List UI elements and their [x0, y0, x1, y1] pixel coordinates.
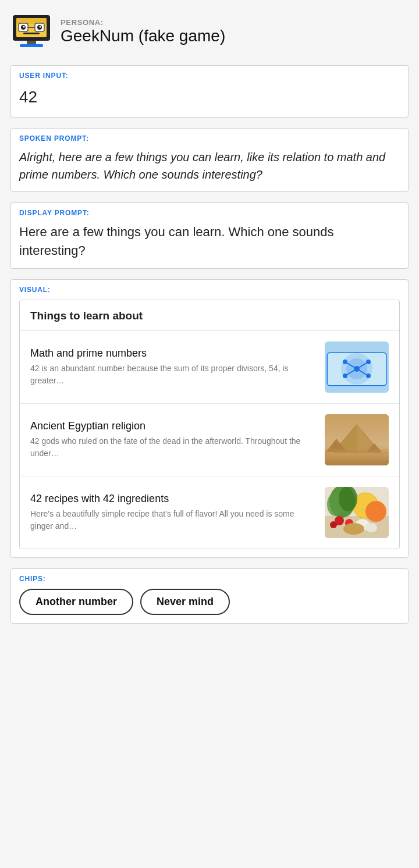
page: PERSONA: GeekNum (fake game) USER INPUT:… — [0, 0, 419, 652]
item-desc-egypt: 42 gods who ruled on the fate of the dea… — [30, 435, 317, 459]
svg-rect-14 — [20, 44, 43, 47]
persona-icon — [10, 10, 52, 52]
persona-name: GeekNum (fake game) — [61, 27, 225, 45]
item-text-egypt: Ancient Egyptian religion 42 gods who ru… — [30, 420, 325, 459]
list-item[interactable]: Ancient Egyptian religion 42 gods who ru… — [20, 404, 399, 476]
svg-rect-31 — [325, 452, 389, 465]
list-item[interactable]: Math and prime numbers 42 is an abundant… — [20, 331, 399, 404]
spoken-prompt-section: SPOKEN PROMPT: Alright, here are a few t… — [10, 128, 409, 192]
display-prompt-text: Here are a few things you can learn. Whi… — [19, 223, 400, 260]
persona-label: PERSONA: — [61, 18, 225, 27]
svg-point-50 — [365, 523, 377, 532]
item-desc-recipes: Here's a beautifully simple recipe that'… — [30, 508, 317, 532]
chip-never-mind[interactable]: Never mind — [140, 589, 230, 615]
header: PERSONA: GeekNum (fake game) — [10, 10, 409, 52]
item-title-math: Math and prime numbers — [30, 347, 317, 360]
user-input-section: USER INPUT: 42 — [10, 65, 409, 118]
user-input-value: 42 — [19, 86, 400, 109]
item-img-math — [325, 341, 389, 393]
svg-rect-11 — [28, 27, 35, 28]
visual-card-title: Things to learn about — [20, 300, 399, 331]
chips-container: Another number Never mind — [11, 585, 408, 623]
list-item[interactable]: 42 recipes with 42 ingredients Here's a … — [20, 476, 399, 549]
svg-point-42 — [365, 501, 386, 522]
svg-point-9 — [23, 26, 25, 28]
svg-rect-12 — [23, 33, 40, 34]
item-img-egypt — [325, 414, 389, 465]
header-text: PERSONA: GeekNum (fake game) — [61, 18, 225, 45]
chips-section: CHIPS: Another number Never mind — [10, 568, 409, 624]
item-img-recipes — [325, 487, 389, 538]
svg-point-45 — [339, 487, 357, 511]
user-input-label: USER INPUT: — [11, 66, 77, 82]
spoken-prompt-label: SPOKEN PROMPT: — [11, 129, 97, 145]
svg-rect-13 — [27, 41, 36, 44]
visual-label: VISUAL: — [11, 280, 59, 296]
item-text-math: Math and prime numbers 42 is an abundant… — [30, 347, 325, 386]
display-prompt-label: DISPLAY PROMPT: — [11, 203, 98, 219]
item-desc-math: 42 is an abundant number because the sum… — [30, 362, 317, 386]
chips-label: CHIPS: — [11, 569, 54, 585]
svg-point-51 — [343, 523, 364, 535]
chip-another-number[interactable]: Another number — [19, 589, 133, 615]
visual-section: VISUAL: Things to learn about Math and p… — [10, 279, 409, 558]
svg-point-48 — [330, 521, 337, 528]
spoken-prompt-text: Alright, here are a few things you can l… — [19, 148, 400, 183]
item-text-recipes: 42 recipes with 42 ingredients Here's a … — [30, 493, 325, 532]
item-title-egypt: Ancient Egyptian religion — [30, 420, 317, 432]
svg-rect-37 — [325, 449, 389, 454]
svg-point-10 — [40, 26, 41, 28]
display-prompt-section: DISPLAY PROMPT: Here are a few things yo… — [10, 202, 409, 269]
item-title-recipes: 42 recipes with 42 ingredients — [30, 493, 317, 505]
visual-card: Things to learn about Math and prime num… — [19, 300, 400, 549]
